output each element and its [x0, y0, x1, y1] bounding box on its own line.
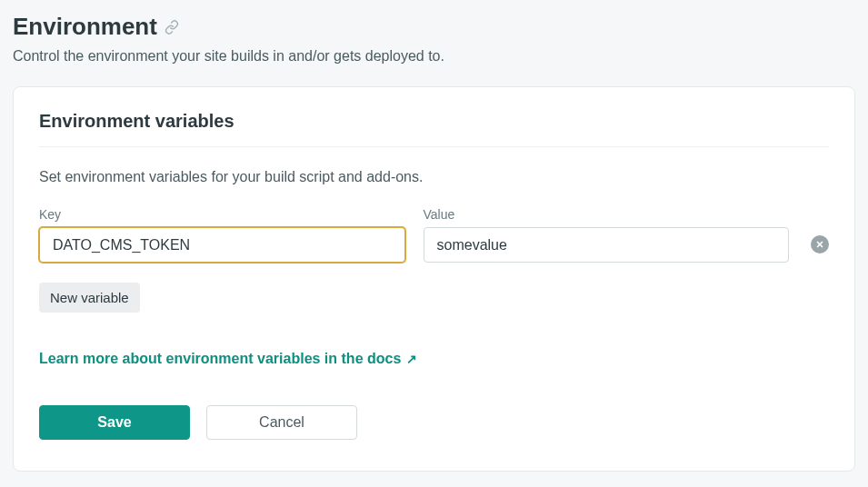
value-input[interactable]: [424, 227, 790, 263]
value-label: Value: [424, 207, 790, 222]
card-description: Set environment variables for your build…: [39, 169, 829, 185]
docs-link[interactable]: Learn more about environment variables i…: [39, 351, 417, 367]
value-field: Value: [424, 207, 790, 263]
save-button[interactable]: Save: [39, 405, 190, 440]
key-input[interactable]: [39, 227, 405, 263]
card-title: Environment variables: [39, 111, 829, 147]
variable-row: Key Value: [39, 207, 829, 263]
remove-variable-button[interactable]: [811, 235, 829, 253]
env-variables-card: Environment variables Set environment va…: [13, 86, 855, 472]
link-icon[interactable]: [165, 20, 179, 35]
cancel-button[interactable]: Cancel: [206, 405, 357, 440]
page-title: Environment: [13, 13, 157, 41]
button-row: Save Cancel: [39, 405, 829, 440]
external-arrow-icon: ↗: [406, 352, 417, 366]
docs-link-label: Learn more about environment variables i…: [39, 351, 401, 367]
key-field: Key: [39, 207, 405, 263]
new-variable-button[interactable]: New variable: [39, 283, 140, 313]
page-subtitle: Control the environment your site builds…: [13, 48, 855, 65]
key-label: Key: [39, 207, 405, 222]
